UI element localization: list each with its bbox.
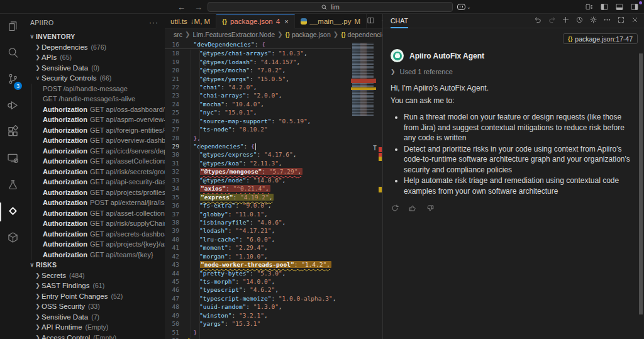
problem-highlight: "axios": "^0.21.4",	[199, 185, 270, 192]
notification-dot	[639, 1, 642, 4]
tree-item-label: APIs	[42, 53, 57, 61]
sidebar-item-access-control[interactable]: ❯Access Control(Empty)	[25, 333, 165, 339]
sidebar-item-secrets[interactable]: ❯Secrets(484)	[25, 270, 165, 281]
more-icon[interactable]	[603, 15, 611, 26]
colon: :	[218, 109, 225, 116]
activity-apiiro[interactable]	[0, 199, 25, 225]
sidebar-item-sensitive-data[interactable]: ❯Sensitive Data(0)	[25, 63, 165, 74]
sidebar-item-sensitive-data[interactable]: ❯Sensitive Data(7)	[25, 312, 165, 323]
security-control-item[interactable]: AuthorizationGET api/projects/profiles/s…	[25, 187, 165, 198]
sidebar-item-security-controls[interactable]: ∨Security Controls(66)	[25, 73, 165, 84]
section-risks[interactable]: ∨RISKS	[25, 260, 165, 270]
activity-testing[interactable]	[0, 172, 25, 199]
security-control-item[interactable]: AuthorizationGET api/overview-dashboard.…	[25, 135, 165, 146]
colon: :	[225, 320, 231, 327]
sidebar-item-entry-point-changes[interactable]: ❯Entry Point Changes(52)	[25, 291, 165, 302]
nav-forward-icon[interactable]: →	[194, 3, 203, 12]
panel-left-icon[interactable]	[600, 3, 609, 11]
activity-search[interactable]	[0, 40, 25, 67]
problem-highlight: "node-worker-threads-pool": "1.4.2",	[199, 261, 331, 268]
security-control-item[interactable]: AuthorizationGET api/asset-collections/o…	[25, 208, 165, 219]
minimap[interactable]	[351, 43, 377, 339]
tab-__main__.py[interactable]: __main__.pyM	[295, 14, 367, 29]
panel-bottom-icon[interactable]	[615, 3, 624, 11]
security-control-item[interactable]: GET /handle-message/is-alive	[25, 94, 165, 104]
tab-package.json[interactable]: {}package.json4×	[216, 14, 294, 29]
json-key: "ts-node"	[199, 126, 231, 133]
breadcrumb-item[interactable]: Lim.FeaturesExtractor.Node	[192, 31, 275, 38]
customize-layout-icon[interactable]	[585, 3, 594, 11]
expand-icon[interactable]	[617, 15, 625, 26]
panel-right-icon[interactable]	[630, 3, 639, 11]
history-icon[interactable]	[575, 15, 584, 26]
activity-explorer[interactable]	[0, 14, 25, 40]
breadcrumb-item[interactable]: {} dependencies	[341, 31, 382, 38]
activity-run-debug[interactable]	[0, 93, 25, 119]
sidebar-item-apis[interactable]: ❯APIs(65)	[25, 52, 165, 63]
settings-gear-icon[interactable]	[589, 15, 597, 26]
nav-back-icon[interactable]: ←	[177, 3, 186, 12]
security-control-item[interactable]: AuthorizationGET api/api-security-dashbo…	[25, 177, 165, 187]
activity-source-control[interactable]: 3	[0, 67, 25, 93]
security-control-item[interactable]: AuthorizationGET api/risk/supplyChain/to…	[25, 218, 165, 229]
json-icon: {}	[341, 31, 345, 38]
undo-icon[interactable]	[534, 15, 542, 26]
comma: ,	[264, 244, 268, 251]
activity-package-cube[interactable]	[0, 225, 25, 252]
sidebar-item-api-runtime[interactable]: ❯API Runtime(Empty)	[25, 322, 165, 333]
tab-util.ts[interactable]: util.ts↓M, M	[165, 14, 216, 29]
thumbs-down-icon[interactable]	[426, 204, 435, 215]
line-number: 19	[165, 58, 185, 65]
tab-chat[interactable]: CHAT	[391, 14, 408, 28]
code-tokens: "uuid-random": "1.3.0",	[199, 303, 282, 310]
security-control-item[interactable]: AuthorizationGET api/risk/secrets/groupe…	[25, 167, 165, 177]
security-control-item[interactable]: AuthorizationGET api/teams/{key}	[25, 250, 165, 260]
code-editor[interactable]: 16"devDependencies": {18"@types/chai-arr…	[165, 40, 351, 339]
chat-scrollbar[interactable]	[639, 53, 643, 314]
retry-icon[interactable]	[391, 204, 399, 215]
security-control-item[interactable]: AuthorizationGET api/oss-dashboard/repo.…	[25, 104, 165, 115]
security-control-item[interactable]: AuthorizationGET api/assetCollections/co…	[25, 156, 165, 167]
security-control-item[interactable]: AuthorizationGET api/cicd/servers/depend…	[25, 146, 165, 157]
security-control-item[interactable]: AuthorizationPOST api/external/jira/issu…	[25, 197, 165, 208]
layout-controls	[585, 0, 639, 14]
code-text: "yargs": "15.3.1"	[185, 320, 260, 327]
security-control-item[interactable]: AuthorizationGET api/foreign-entities/{p…	[25, 125, 165, 136]
sidebar-item-dependencies[interactable]: ❯Dependencies(676)	[25, 42, 165, 53]
endpoint-label: GET api/oss-dashboard/repo...	[90, 106, 165, 113]
json-key: "winston"	[199, 312, 231, 319]
section-inventory[interactable]: ∨INVENTORY	[25, 31, 165, 42]
code-text: "ts-node": "8.10.2"	[185, 126, 268, 133]
json-key: "yargs"	[199, 320, 225, 327]
command-search-box[interactable]: lim	[208, 2, 453, 12]
used-reference-toggle[interactable]: ❯ Used 1 reference	[391, 68, 630, 75]
tree-item-label: API Runtime	[42, 323, 82, 331]
security-control-item[interactable]: POST /api/handle-message	[25, 84, 165, 94]
security-control-item[interactable]: AuthorizationGET api/projects/{key}/asse…	[25, 239, 165, 250]
colon: :	[226, 185, 233, 192]
agent-message: Hi, I'm Apiiro's AutoFix Agent. You can …	[391, 83, 630, 196]
close-icon[interactable]	[631, 15, 639, 26]
thumbs-up-icon[interactable]	[408, 204, 417, 215]
security-control-item[interactable]: AuthorizationGET api/aspm-overview-das..…	[25, 114, 165, 125]
json-key: "chai"	[199, 84, 221, 91]
breadcrumb-item[interactable]: {} package.json	[286, 31, 331, 38]
breadcrumb-label: src	[174, 31, 182, 38]
close-tab-icon[interactable]: ×	[284, 18, 288, 25]
context-reference-badge[interactable]: {} package.json:17-47	[563, 33, 638, 44]
breadcrumb-item[interactable]: src	[174, 31, 182, 38]
security-control-item[interactable]: AuthorizationGET api/secrets-dashboard/.…	[25, 229, 165, 240]
sidebar-more-actions[interactable]: ···	[149, 18, 158, 27]
authorization-label: Authorization	[43, 106, 87, 113]
add-chat-icon[interactable]	[562, 15, 570, 26]
code-line: 45"ts-morph": "14.0.0",	[165, 277, 351, 286]
sidebar-item-sast-findings[interactable]: ❯SAST Findings(61)	[25, 281, 165, 291]
redo-icon[interactable]	[548, 15, 556, 26]
sidebar-item-oss-security[interactable]: ❯OSS Security(33)	[25, 301, 165, 312]
copilot-menu[interactable]: ⌄	[457, 2, 471, 12]
split-editor-icon[interactable]	[367, 16, 375, 27]
activity-extensions[interactable]	[0, 119, 25, 146]
scm-changes-badge: 3	[14, 82, 22, 90]
apiiro-icon	[6, 204, 19, 220]
activity-remote-explorer[interactable]	[0, 146, 25, 172]
